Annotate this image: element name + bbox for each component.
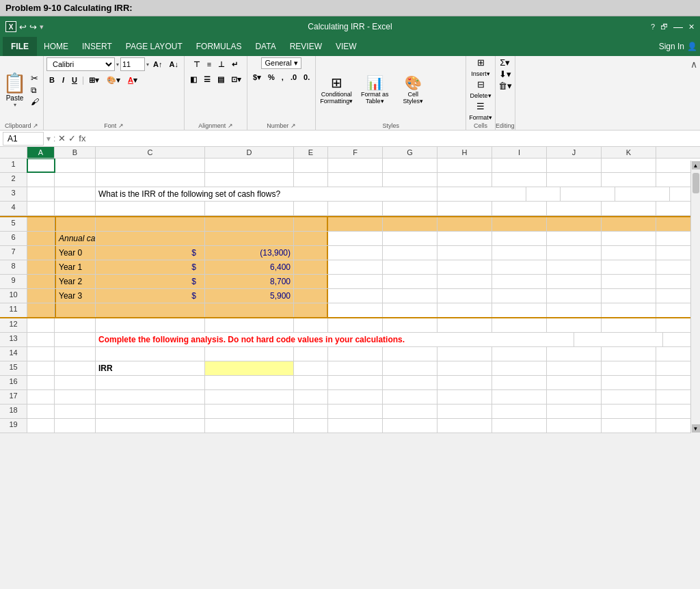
cell-d16[interactable] [205,376,294,389]
row-num-7[interactable]: 7 [0,246,27,260]
cell-i6[interactable] [492,232,547,245]
cell-b9[interactable]: Year 2 [55,275,96,288]
cell-j5[interactable] [547,217,602,231]
cell-styles-btn[interactable]: 🎨 CellStyles▾ [395,74,431,105]
cell-f7[interactable] [328,246,383,260]
restore-btn[interactable]: 🗗 [660,23,668,31]
cell-i5[interactable] [492,217,547,231]
cell-e2[interactable] [294,173,328,187]
cell-g9[interactable] [383,275,438,288]
cell-c16[interactable] [96,376,205,389]
align-bottom-btn[interactable]: ⊥ [215,57,228,71]
cell-c8[interactable]: $ [96,260,205,274]
cell-c13[interactable]: Complete the following analysis. Do not … [96,333,574,346]
cell-h1[interactable] [438,159,492,172]
cell-h10[interactable] [438,289,492,303]
cell-a2[interactable] [27,173,55,187]
cell-b10[interactable]: Year 3 [55,289,96,303]
align-left-btn[interactable]: ◧ [187,72,200,86]
cell-b4[interactable] [55,202,96,215]
cell-h14[interactable] [438,347,492,361]
cell-j1[interactable] [547,159,602,172]
cell-h6[interactable] [438,232,492,245]
cell-a8[interactable] [27,260,55,274]
cell-b17[interactable] [55,390,96,404]
col-header-b[interactable]: B [55,147,96,158]
redo-btn[interactable]: ↪ [29,22,37,32]
cell-a6[interactable] [27,232,55,245]
cell-c9[interactable]: $ [96,275,205,288]
increase-font-btn[interactable]: A↑ [150,57,165,71]
cell-f8[interactable] [328,260,383,274]
row-num-8[interactable]: 8 [0,260,27,274]
row-num-2[interactable]: 2 [0,173,27,187]
cell-i1[interactable] [492,159,547,172]
col-header-g[interactable]: G [383,147,438,158]
row-num-10[interactable]: 10 [0,289,27,303]
cell-k8[interactable] [602,260,656,274]
cell-d18[interactable] [205,405,294,418]
cell-c7[interactable]: $ [96,246,205,260]
cell-e4[interactable] [294,202,328,215]
cell-k12[interactable] [602,318,656,332]
cell-c15[interactable]: IRR [96,361,205,375]
cell-g6[interactable] [383,232,438,245]
font-color-btn[interactable]: A▾ [125,73,140,87]
align-center-btn[interactable]: ☰ [201,72,213,86]
cell-b7[interactable]: Year 0 [55,246,96,260]
cell-k14[interactable] [602,347,656,361]
cell-c4[interactable] [96,202,205,215]
close-btn[interactable]: ✕ [688,23,695,31]
cell-k10[interactable] [602,289,656,303]
cell-j10[interactable] [547,289,602,303]
cell-g4[interactable] [383,202,438,215]
cell-f15[interactable] [328,361,383,375]
insert-menu[interactable]: INSERT [75,39,119,54]
cell-f19[interactable] [328,419,383,433]
cell-f2[interactable] [328,173,383,187]
cell-c12[interactable] [96,318,205,332]
insert-cells-btn[interactable]: ⊞Insert▾ [471,57,490,78]
cell-g17[interactable] [383,390,438,404]
cell-h19[interactable] [438,419,492,433]
cell-i18[interactable] [492,405,547,418]
cell-i2[interactable] [492,173,547,187]
cell-j8[interactable] [547,260,602,274]
cell-e10[interactable] [294,289,328,303]
cell-d12[interactable] [205,318,294,332]
cell-k4[interactable] [602,202,656,215]
font-size-dropdown[interactable]: ▾ [146,61,149,68]
cell-i8[interactable] [492,260,547,274]
cell-g15[interactable] [383,361,438,375]
cell-f6[interactable] [328,232,383,245]
cell-c5[interactable] [96,217,205,231]
cell-j6[interactable] [547,232,602,245]
underline-btn[interactable]: U [69,73,80,87]
cell-d1[interactable] [205,159,294,172]
cell-a7[interactable] [27,246,55,260]
vertical-scrollbar[interactable]: ▲ ▼ [690,161,700,433]
font-size-input[interactable] [120,57,145,71]
cell-e1[interactable] [294,159,328,172]
percent-btn[interactable]: % [265,70,278,84]
cell-b15[interactable] [55,361,96,375]
cell-g3[interactable] [615,187,670,201]
minimize-btn[interactable]: — [673,21,683,32]
cell-a19[interactable] [27,419,55,433]
cell-b13[interactable] [55,333,96,346]
cell-d2[interactable] [205,173,294,187]
row-num-15[interactable]: 15 [0,361,27,375]
cell-e6[interactable] [294,232,328,245]
formulas-menu[interactable]: FORMULAS [189,39,249,54]
cell-j15[interactable] [547,361,602,375]
cell-g16[interactable] [383,376,438,389]
cell-j18[interactable] [547,405,602,418]
clipboard-expand[interactable]: ↗ [33,122,38,129]
number-format-select[interactable]: General ▾ [261,57,301,69]
cell-k7[interactable] [602,246,656,260]
cell-e12[interactable] [294,318,328,332]
cell-e9[interactable] [294,275,328,288]
font-name-dropdown[interactable]: ▾ [116,61,119,68]
cell-h18[interactable] [438,405,492,418]
data-menu[interactable]: DATA [248,39,282,54]
